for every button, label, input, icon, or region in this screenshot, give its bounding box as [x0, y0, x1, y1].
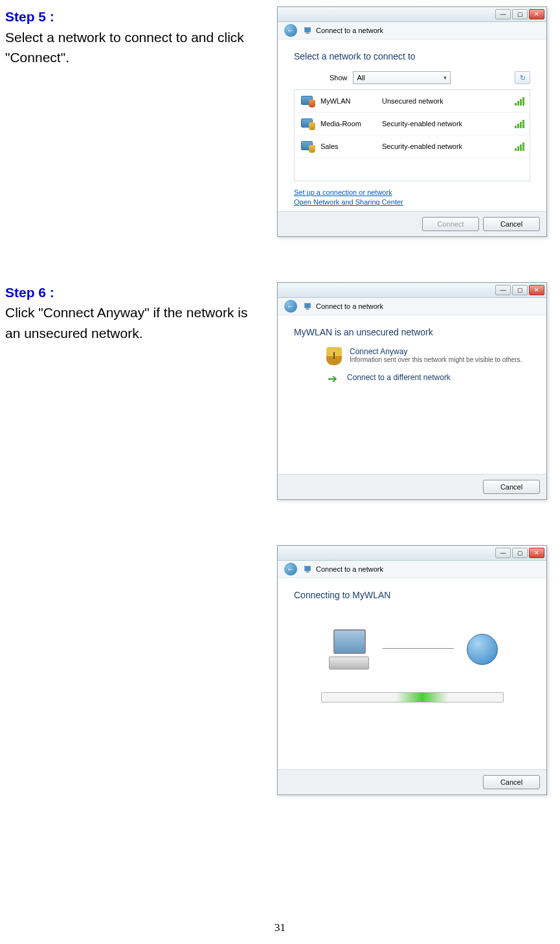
network-name: Media-Room — [320, 120, 382, 128]
cancel-button[interactable]: Cancel — [483, 480, 540, 494]
svg-rect-0 — [305, 28, 311, 32]
setup-connection-link[interactable]: Set up a connection or network — [294, 188, 530, 197]
arrow-right-icon: ➔ — [326, 373, 338, 385]
dialog-footer: Connect Cancel — [278, 211, 546, 236]
svg-rect-2 — [305, 303, 311, 308]
connecting-block: — ▢ ✕ ← Connect to a network Connecting … — [5, 545, 560, 795]
shield-warning-icon — [326, 347, 342, 365]
network-icon — [304, 565, 313, 574]
minimize-button[interactable]: — — [495, 285, 511, 295]
dialog-footer: Cancel — [278, 769, 546, 794]
back-icon[interactable]: ← — [284, 563, 297, 576]
dialog-header: ← Connect to a network — [278, 298, 546, 315]
back-icon[interactable]: ← — [284, 24, 297, 37]
step5-block: Step 5 : Select a network to connect to … — [5, 6, 560, 237]
titlebar: — ▢ ✕ — [278, 546, 546, 561]
step6-block: Step 6 : Click "Connect Anyway" if the n… — [5, 282, 560, 500]
network-row[interactable]: MyWLAN Unsecured network — [295, 90, 530, 113]
dialog-body: MyWLAN is an unsecured network Connect A… — [278, 315, 546, 474]
maximize-button[interactable]: ▢ — [512, 9, 528, 19]
network-status: Security-enabled network — [382, 120, 515, 128]
show-select[interactable]: All ▼ — [353, 71, 451, 84]
network-name: MyWLAN — [320, 97, 382, 105]
network-status: Unsecured network — [382, 97, 515, 105]
step6-label: Step 6 : — [5, 285, 54, 300]
option-text: Connect to a different network — [347, 373, 451, 382]
dialog-footer: Cancel — [278, 474, 546, 499]
step5-desc: Select a network to connect to and click… — [5, 30, 244, 65]
option-subtitle: Information sent over this network might… — [350, 356, 522, 363]
dialog-title: MyWLAN is an unsecured network — [294, 327, 530, 337]
step6-text: Step 6 : Click "Connect Anyway" if the n… — [5, 282, 277, 344]
maximize-button[interactable]: ▢ — [512, 548, 528, 558]
connecting-graphics — [294, 629, 530, 669]
svg-rect-4 — [305, 566, 311, 570]
minimize-button[interactable]: — — [495, 9, 511, 19]
progress-bar — [321, 692, 504, 702]
option-title: Connect to a different network — [347, 373, 451, 382]
svg-rect-5 — [306, 571, 309, 572]
step5-label: Step 5 : — [5, 9, 54, 24]
network-icon — [300, 140, 315, 153]
svg-rect-3 — [306, 308, 309, 309]
network-row[interactable]: Sales Security-enabled network — [295, 135, 530, 158]
network-row[interactable]: Media-Room Security-enabled network — [295, 113, 530, 135]
dialog-header: ← Connect to a network — [278, 561, 546, 578]
progress-fill — [396, 693, 448, 702]
maximize-button[interactable]: ▢ — [512, 285, 528, 295]
dialog-body: Connecting to MyWLAN — [278, 578, 546, 769]
signal-icon — [515, 142, 524, 151]
dialog-title: Connecting to MyWLAN — [294, 590, 530, 600]
connect-button[interactable]: Connect — [422, 217, 479, 231]
titlebar: — ▢ ✕ — [278, 7, 546, 22]
dialog-connecting: — ▢ ✕ ← Connect to a network Connecting … — [277, 545, 547, 795]
dialog-header-title: Connect to a network — [316, 302, 383, 310]
dialog-header: ← Connect to a network — [278, 22, 546, 39]
dialog-title: Select a network to connect to — [294, 51, 530, 62]
close-button[interactable]: ✕ — [529, 548, 544, 558]
network-name: Sales — [320, 142, 382, 150]
dialog-select-network: — ▢ ✕ ← Connect to a network Select a ne… — [277, 6, 547, 237]
option-text: Connect Anyway Information sent over thi… — [350, 347, 522, 363]
show-filter: Show All ▼ ↻ — [330, 71, 530, 84]
network-status: Security-enabled network — [382, 142, 515, 150]
minimize-button[interactable]: — — [495, 548, 511, 558]
dialog-header-title: Connect to a network — [316, 27, 383, 34]
close-button[interactable]: ✕ — [529, 9, 544, 19]
cancel-button[interactable]: Cancel — [483, 217, 540, 231]
cancel-button[interactable]: Cancel — [483, 775, 540, 789]
signal-icon — [515, 96, 524, 106]
network-icon — [300, 117, 315, 130]
network-icon — [300, 95, 315, 107]
close-button[interactable]: ✕ — [529, 285, 544, 295]
svg-rect-1 — [306, 33, 309, 34]
connect-anyway-option[interactable]: Connect Anyway Information sent over thi… — [326, 347, 530, 365]
back-icon[interactable]: ← — [284, 300, 297, 313]
network-icon — [304, 26, 313, 35]
show-label: Show — [330, 74, 348, 82]
show-value: All — [357, 74, 365, 82]
network-icon — [304, 302, 313, 311]
dialog-body: Select a network to connect to Show All … — [278, 39, 546, 211]
step5-text: Step 5 : Select a network to connect to … — [5, 6, 277, 68]
signal-icon — [515, 119, 524, 128]
connect-different-option[interactable]: ➔ Connect to a different network — [326, 373, 530, 385]
computer-icon — [327, 629, 370, 669]
page-number: 31 — [0, 921, 560, 934]
network-list: MyWLAN Unsecured network Media-Room Secu… — [294, 89, 530, 181]
titlebar: — ▢ ✕ — [278, 283, 546, 298]
step6-desc: Click "Connect Anyway" if the network is… — [5, 305, 247, 341]
option-title: Connect Anyway — [350, 347, 522, 356]
chevron-down-icon: ▼ — [443, 75, 448, 81]
connection-line-icon — [383, 648, 454, 650]
refresh-button[interactable]: ↻ — [515, 71, 530, 84]
dialog-header-title: Connect to a network — [316, 565, 383, 573]
globe-icon — [467, 634, 498, 665]
dialog-unsecured: — ▢ ✕ ← Connect to a network MyWLAN is a… — [277, 282, 547, 500]
open-sharing-link[interactable]: Open Network and Sharing Center — [294, 197, 530, 207]
